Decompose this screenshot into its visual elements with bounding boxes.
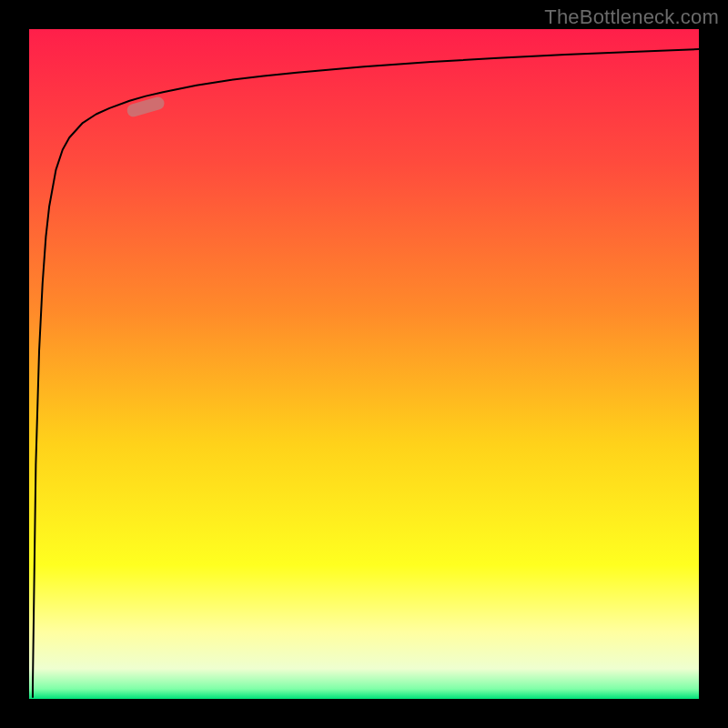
plot-area — [29, 29, 699, 699]
curve-marker — [126, 96, 166, 118]
bottleneck-curve — [33, 49, 699, 697]
svg-rect-1 — [126, 96, 166, 118]
chart-stage: TheBottleneck.com — [0, 0, 728, 728]
curve-layer — [29, 29, 699, 699]
watermark-text: TheBottleneck.com — [544, 5, 719, 29]
